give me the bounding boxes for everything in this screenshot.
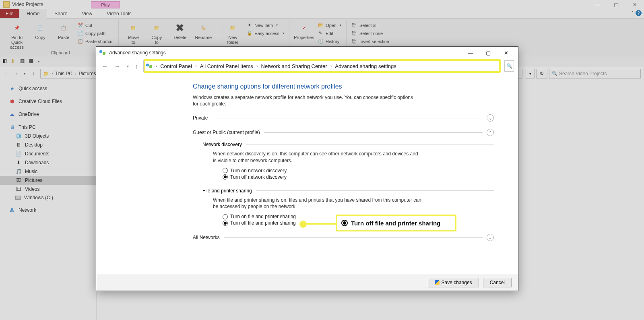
minimize-button[interactable]: — [588,0,607,9]
refresh-button[interactable]: ↻ [536,69,547,78]
sidebar-this-pc[interactable]: 🖥This PC [0,123,96,132]
tab-file[interactable]: File [0,9,19,18]
dialog-recent-dropdown[interactable]: ▾ [125,64,130,68]
sidebar-music[interactable]: 🎵Music [0,167,96,176]
chevron-right-icon: › [256,64,258,68]
section-guest-public[interactable]: Guest or Public (current profile) ⌃ [193,129,494,136]
dialog-minimize-button[interactable]: — [462,47,479,58]
netdisc-description: When network discovery is on, this compu… [213,151,422,163]
dialog-maximize-button[interactable]: ▢ [479,47,497,58]
sidebar-desktop[interactable]: 🖥Desktop [0,140,96,149]
dialog-title: Advanced sharing settings [109,50,462,56]
edit-button[interactable]: ✎Edit [316,30,343,37]
forward-button[interactable]: → [12,70,19,77]
qat-icon[interactable]: ▮ [11,58,19,65]
search-input[interactable]: Search Video Projects [549,69,641,78]
chevron-up-icon[interactable]: ⌃ [487,129,494,136]
breadcrumb-item[interactable]: Network and Sharing Center [261,63,327,69]
fileshare-description: When file and printer sharing is on, fil… [213,197,422,210]
shield-icon [435,280,440,285]
section-private[interactable]: Private ⌄ [193,114,494,122]
copy-button[interactable]: 📄Copy [29,20,52,40]
chevron-right-icon: › [195,64,197,68]
dialog-address-row: ← → ▾ ↑ › Control Panel › All Control Pa… [96,59,518,73]
ribbon-collapse-icon[interactable]: ˇ [632,10,633,16]
breadcrumb-item[interactable]: Advanced sharing settings [335,63,396,69]
dialog-back-button[interactable]: ← [100,63,109,70]
open-button[interactable]: 📂Open▾ [316,22,343,29]
annotation-callout: Turn off file and printer sharing [336,215,456,231]
addr-dropdown[interactable]: ▾ [526,69,535,78]
callout-text: Turn off file and printer sharing [351,220,440,227]
dialog-forward-button[interactable]: → [113,63,122,70]
sidebar-creative-cloud[interactable]: ⬢Creative Cloud Files [0,97,96,106]
invert-sel-button[interactable]: ⿻Invert selection [350,38,391,45]
paste-shortcut-button[interactable]: 📋Paste shortcut [76,38,115,45]
breadcrumb-item[interactable]: Control Panel [160,63,192,69]
select-none-button[interactable]: ⿻Select none [350,30,391,37]
move-to-button[interactable]: 📁Move to [122,20,144,45]
sidebar-drive-c[interactable]: Windows (C:) [0,194,96,202]
sidebar-onedrive[interactable]: ☁OneDrive [0,110,96,119]
page-heading: Change sharing options for different net… [193,83,494,90]
subsection-file-printer-sharing: File and printer sharing [202,188,494,194]
play-contextual-tab[interactable]: Play [91,1,120,8]
sidebar-videos[interactable]: 🎞Videos [0,185,96,194]
breadcrumb-item[interactable]: All Control Panel Items [200,63,253,69]
easy-access-button[interactable]: 🔓Easy access▾ [245,30,286,37]
qat-icon[interactable]: ▦ [29,58,36,65]
chevron-down-icon[interactable]: ⌄ [487,234,494,241]
tab-video-tools[interactable]: Video Tools [99,9,139,18]
dialog-up-button[interactable]: ↑ [134,63,140,70]
sidebar-3d-objects[interactable]: 🧊3D Objects [0,132,96,140]
sidebar-downloads[interactable]: ⬇Downloads [0,158,96,167]
delete-button[interactable]: ✖Delete [169,20,191,40]
pin-button[interactable]: 📌Pin to Quick access [6,20,28,50]
sidebar-pictures[interactable]: 🖼Pictures [0,176,96,185]
qat-icon[interactable]: ◧ [2,58,10,65]
sidebar-quick-access[interactable]: ★Quick access [0,84,96,93]
properties-button[interactable]: ✔Properties [293,20,315,40]
cut-button[interactable]: ✂️Cut [76,22,115,29]
sidebar-network[interactable]: 🖧Network [0,206,96,215]
dialog-titlebar: Advanced sharing settings — ▢ ✕ [96,47,518,59]
sidebar-documents[interactable]: 📄Documents [0,149,96,158]
copy-path-button[interactable]: 📄Copy path [76,30,115,37]
chevron-down-icon[interactable]: ⌄ [487,114,494,122]
new-item-button[interactable]: ✦New item▾ [245,22,286,29]
folder-icon [3,1,10,8]
annotation-dot [299,221,307,228]
tab-view[interactable]: View [74,9,99,18]
copy-to-button[interactable]: 📁Copy to [145,20,168,45]
back-button[interactable]: ← [3,70,10,77]
breadcrumb-item[interactable]: This PC [55,71,72,76]
drive-icon [15,196,21,200]
paste-button[interactable]: 📋Paste [52,20,75,40]
save-changes-button[interactable]: Save changes [428,278,479,287]
breadcrumb-item[interactable]: Pictures [78,71,96,76]
new-folder-button[interactable]: 📁New folder [221,20,244,45]
dialog-search-button[interactable]: 🔍 [504,60,514,72]
radio-netdisc-off[interactable]: Turn off network discovery [223,174,494,180]
advanced-sharing-dialog: Advanced sharing settings — ▢ ✕ ← → ▾ ↑ … [96,46,518,291]
qat-dropdown-icon[interactable]: ▾ [38,60,40,64]
close-button[interactable]: ✕ [625,0,644,9]
history-button[interactable]: 🕘History [316,38,343,45]
qat-icon[interactable]: ▥ [20,58,27,65]
recent-dropdown-icon[interactable]: ▾ [21,70,28,77]
dialog-breadcrumb[interactable]: › Control Panel › All Control Panel Item… [143,60,502,72]
select-all-button[interactable]: ⿻Select all [350,22,391,29]
section-all-networks[interactable]: All Networks ⌄ [193,234,494,241]
tab-home[interactable]: Home [19,9,47,19]
window-title: Video Projects [12,2,43,7]
radio-netdisc-on[interactable]: Turn on network discovery [223,168,494,173]
cancel-button[interactable]: Cancel [483,278,512,287]
page-description: Windows creates a separate network profi… [193,94,418,107]
tab-share[interactable]: Share [47,9,74,18]
ribbon-tabs: Play File Home Share View Video Tools ˇ … [0,9,644,19]
up-button[interactable]: ↑ [30,70,37,77]
dialog-close-button[interactable]: ✕ [497,47,515,58]
maximize-button[interactable]: ▢ [607,0,625,9]
rename-button[interactable]: 🏷️Rename [192,20,215,40]
help-icon[interactable]: ? [636,10,642,16]
